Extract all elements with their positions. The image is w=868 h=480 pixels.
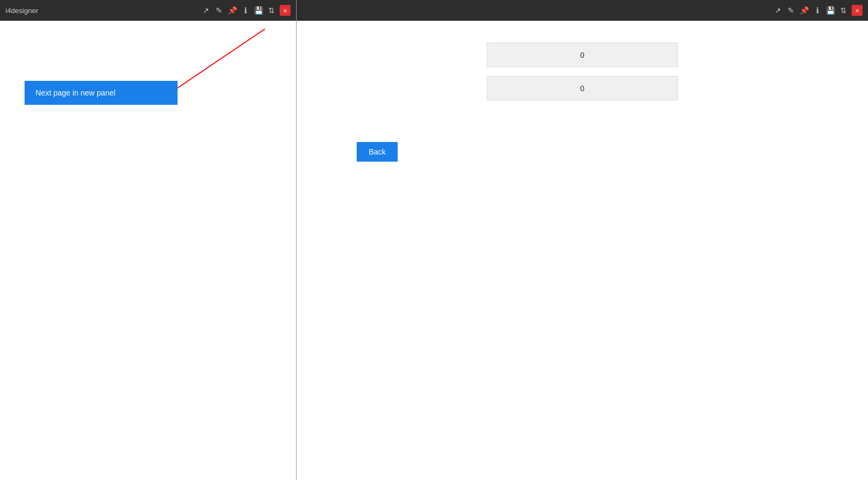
right-panel-container: ↗ ✎ 📌 ℹ 💾 ⇅ × 0 0 Back xyxy=(297,0,868,480)
right-panel-inner: 0 0 Back xyxy=(297,21,868,430)
panels-wrapper: i4designer ↗ ✎ 📌 ℹ 💾 ⇅ × xyxy=(0,0,868,480)
right-save-icon[interactable]: 💾 xyxy=(825,6,835,15)
expand-icon[interactable]: ⇅ xyxy=(267,6,276,15)
info-icon[interactable]: ℹ xyxy=(240,6,250,15)
right-panel-scroll-area[interactable]: 0 0 Back xyxy=(297,21,868,480)
left-panel-container: i4designer ↗ ✎ 📌 ℹ 💾 ⇅ × xyxy=(0,0,297,480)
left-panel-scroll-area[interactable]: Next page in new panel xyxy=(0,21,296,480)
left-panel-titlebar: i4designer ↗ ✎ 📌 ℹ 💾 ⇅ × xyxy=(0,0,296,21)
edit-icon[interactable]: ✎ xyxy=(214,6,224,15)
right-external-link-icon[interactable]: ↗ xyxy=(773,6,783,15)
left-panel-title: i4designer xyxy=(5,7,38,15)
left-panel-content: Next page in new panel xyxy=(0,21,296,480)
field-1-value: 0 xyxy=(487,43,678,67)
right-info-icon[interactable]: ℹ xyxy=(812,6,822,15)
right-edit-icon[interactable]: ✎ xyxy=(786,6,796,15)
left-titlebar-icons: ↗ ✎ 📌 ℹ 💾 ⇅ × xyxy=(201,5,291,16)
right-expand-icon[interactable]: ⇅ xyxy=(839,6,848,15)
field-2-value: 0 xyxy=(487,76,678,100)
svg-line-0 xyxy=(164,29,265,97)
left-panel-close-button[interactable]: × xyxy=(280,5,291,16)
next-page-new-panel-button[interactable]: Next page in new panel xyxy=(25,81,178,105)
save-icon[interactable]: 💾 xyxy=(253,6,263,15)
external-link-icon[interactable]: ↗ xyxy=(201,6,211,15)
back-button[interactable]: Back xyxy=(357,142,398,162)
right-titlebar-icons: ↗ ✎ 📌 ℹ 💾 ⇅ × xyxy=(773,5,863,16)
right-pin-icon[interactable]: 📌 xyxy=(799,6,809,15)
right-panel-content: 0 0 Back xyxy=(297,21,868,480)
pin-icon[interactable]: 📌 xyxy=(227,6,237,15)
right-panel-close-button[interactable]: × xyxy=(852,5,863,16)
right-panel-titlebar: ↗ ✎ 📌 ℹ 💾 ⇅ × xyxy=(297,0,868,21)
left-panel-inner: Next page in new panel xyxy=(0,21,296,430)
